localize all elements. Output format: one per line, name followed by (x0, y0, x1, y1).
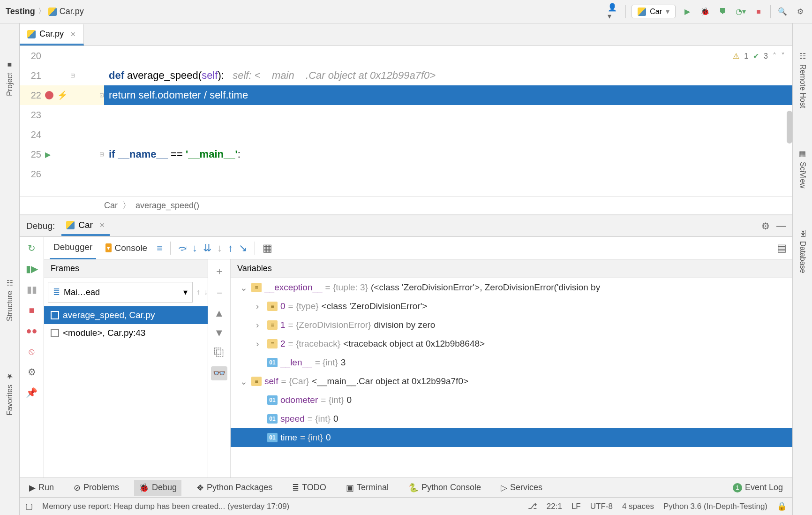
user-icon[interactable]: 👤▾ (608, 6, 620, 18)
packages-tool-button[interactable]: ❖ Python Packages (192, 480, 277, 496)
variable-row[interactable]: 01 __len__ = {int} 3 (231, 353, 792, 372)
rerun-icon[interactable]: ↻ (25, 242, 38, 255)
threads-icon[interactable]: ≡ (157, 242, 163, 254)
breadcrumb-file[interactable]: Car.py (60, 7, 84, 16)
up-icon[interactable]: ▲ (214, 307, 225, 319)
run-tool-button[interactable]: ▶ Run (24, 480, 59, 496)
chevron-down-icon[interactable]: ⌄ (240, 376, 248, 387)
editor-gutter[interactable]: 20 21⊟ 22⚡⊡ 23 24 25▶⊟ 26 (20, 46, 104, 196)
next-frame-icon[interactable]: ↓ (204, 288, 208, 296)
status-message[interactable]: Memory use report: Heap dump has been cr… (42, 502, 289, 511)
resume-icon[interactable]: ▮▶ (25, 262, 38, 275)
git-icon[interactable]: ⎇ (528, 501, 537, 511)
variable-row[interactable]: 01 speed = {int} 0 (231, 409, 792, 428)
coverage-icon[interactable]: ⛊ (717, 6, 729, 18)
status-icon[interactable]: ▢ (25, 501, 33, 511)
down-icon[interactable]: ▼ (214, 327, 225, 339)
chevron-up-icon[interactable]: ˄ (773, 52, 776, 61)
terminal-tool-button[interactable]: ▣ Terminal (341, 480, 393, 496)
project-tool-button[interactable]: Project ■ (6, 61, 14, 96)
copy-icon[interactable]: ⿻ (214, 347, 225, 359)
pause-icon[interactable]: ▮▮ (25, 283, 38, 296)
frame-item[interactable]: average_speed, Car.py (44, 306, 208, 324)
pin-icon[interactable]: 📌 (25, 386, 38, 399)
close-icon[interactable]: ✕ (70, 30, 76, 38)
fold-icon[interactable]: ⊟ (99, 151, 104, 158)
gear-icon[interactable]: ⚙ (794, 6, 806, 18)
step-into-my-icon[interactable]: ⇊ (203, 242, 211, 254)
lock-icon[interactable]: 🔒 (777, 501, 787, 511)
scrollbar-vertical[interactable] (787, 111, 792, 144)
chevron-right-icon[interactable]: › (256, 320, 264, 330)
breadcrumb-project[interactable]: Testing (6, 7, 35, 16)
chevron-right-icon[interactable]: › (256, 339, 264, 349)
stop-icon[interactable]: ■ (752, 6, 765, 18)
profile-icon[interactable]: ◔▾ (735, 6, 747, 18)
console-tool-button[interactable]: 🐍 Python Console (404, 480, 486, 496)
thread-selector[interactable]: ≣ Mai…ead ▾ (48, 282, 193, 303)
variable-row[interactable]: ›≡ 0 = {type} <class 'ZeroDivisionError'… (231, 297, 792, 316)
step-out-icon[interactable]: ↑ (228, 242, 233, 254)
variable-row[interactable]: ›≡ 2 = {traceback} <traceback object at … (231, 334, 792, 353)
indent-setting[interactable]: 4 spaces (622, 502, 654, 511)
database-button[interactable]: 🗄 Database (798, 230, 807, 273)
code-area[interactable]: def average_speed(self): self: <__main__… (104, 46, 792, 196)
mute-breakpoints-icon[interactable]: ⦸ (25, 345, 38, 358)
variable-row[interactable]: ⌄≡ __exception__ = {tuple: 3} (<class 'Z… (231, 278, 792, 297)
crumb-method[interactable]: average_speed() (135, 201, 199, 211)
file-encoding[interactable]: UTF-8 (590, 502, 613, 511)
debug-icon[interactable]: 🐞 (699, 6, 711, 18)
chevron-right-icon[interactable]: › (256, 301, 264, 311)
line-separator[interactable]: LF (571, 502, 581, 511)
services-tool-button[interactable]: ▷ Services (496, 480, 547, 496)
crumb-class[interactable]: Car (104, 201, 118, 211)
stop-icon[interactable]: ■ (25, 303, 38, 317)
todo-tool-button[interactable]: ≣ TODO (287, 480, 331, 496)
structure-tool-button[interactable]: Structure ☷ (5, 278, 14, 321)
frame-item[interactable]: <module>, Car.py:43 (44, 324, 208, 342)
layout-icon[interactable]: ▤ (777, 242, 787, 254)
variable-row[interactable]: 01 odometer = {int} 0 (231, 391, 792, 409)
gear-icon[interactable]: ⚙ (761, 220, 770, 232)
debug-session-tab[interactable]: Car ✕ (61, 216, 110, 236)
run-icon[interactable]: ▶ (681, 6, 693, 18)
variable-row[interactable]: ⌄≡ self = {Car} <__main__.Car object at … (231, 372, 792, 391)
remote-host-button[interactable]: ☷ Remote Host (798, 52, 807, 108)
force-step-icon[interactable]: ↓ (217, 242, 222, 254)
search-icon[interactable]: 🔍 (776, 6, 789, 18)
run-gutter-icon[interactable]: ▶ (45, 150, 51, 159)
code-editor[interactable]: 20 21⊟ 22⚡⊡ 23 24 25▶⊟ 26 def average_sp… (20, 46, 792, 196)
interpreter[interactable]: Python 3.6 (In-Depth-Testing) (663, 502, 767, 511)
prev-frame-icon[interactable]: ↑ (196, 288, 200, 296)
chevron-down-icon[interactable]: ˅ (781, 52, 785, 61)
run-config-selector[interactable]: Car ▾ (632, 5, 676, 18)
variables-tree[interactable]: ⌄≡ __exception__ = {tuple: 3} (<class 'Z… (231, 278, 792, 477)
fold-icon[interactable]: ⊡ (99, 92, 104, 98)
variable-row[interactable]: ›≡ 1 = {ZeroDivisionError} division by z… (231, 316, 792, 334)
step-into-icon[interactable]: ↓ (192, 242, 197, 254)
settings-icon[interactable]: ⚙ (25, 365, 38, 379)
inspections-widget[interactable]: ⚠1 ✔3 ˄ ˅ (733, 52, 785, 61)
run-to-cursor-icon[interactable]: ↘ (239, 242, 247, 254)
glasses-icon[interactable]: 👓 (211, 366, 227, 380)
problems-tool-button[interactable]: ⊘ Problems (69, 480, 124, 496)
breakpoint-icon[interactable] (45, 91, 53, 99)
step-over-icon[interactable]: ⤼ (178, 242, 187, 254)
minimize-icon[interactable]: — (776, 220, 786, 231)
add-watch-icon[interactable]: ＋ (214, 264, 225, 278)
chevron-down-icon[interactable]: ⌄ (240, 282, 248, 293)
console-tab[interactable]: ▾ Console (102, 237, 151, 259)
remove-watch-icon[interactable]: － (214, 286, 225, 300)
debugger-tab[interactable]: Debugger (50, 236, 96, 260)
view-breakpoints-icon[interactable]: ●● (25, 324, 38, 337)
fold-icon[interactable]: ⊟ (70, 72, 75, 79)
cursor-position[interactable]: 22:1 (547, 502, 562, 511)
variable-row[interactable]: 01 time = {int} 0 (231, 428, 792, 447)
sciview-button[interactable]: ▦ SciView (798, 149, 807, 189)
event-log-button[interactable]: 1 Event Log (728, 480, 788, 495)
favorites-tool-button[interactable]: Favorites ★ (5, 372, 14, 416)
debug-tool-button[interactable]: 🐞 Debug (134, 480, 181, 496)
file-tab-car[interactable]: Car.py ✕ (20, 24, 84, 45)
close-icon[interactable]: ✕ (99, 221, 105, 229)
evaluate-icon[interactable]: ▦ (263, 242, 272, 254)
